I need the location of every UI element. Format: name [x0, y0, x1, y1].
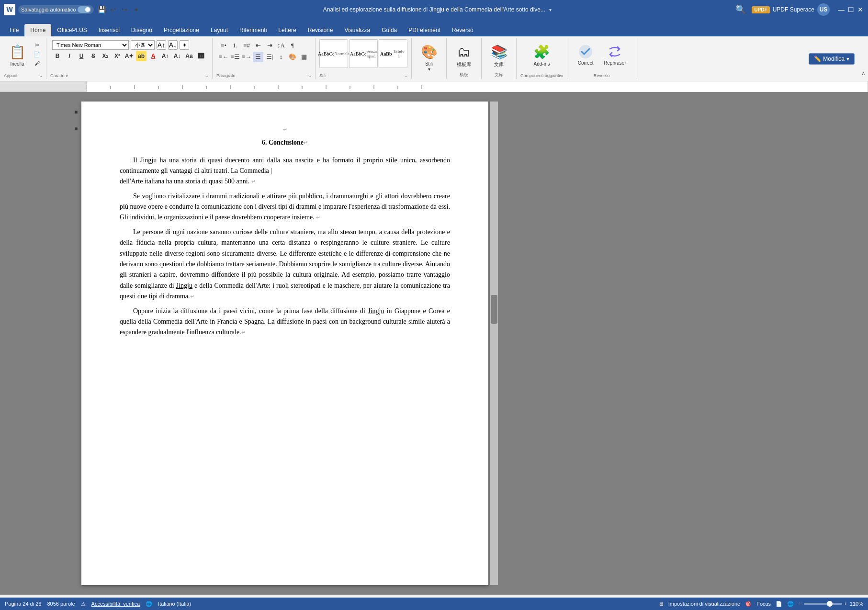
bullets-button[interactable]: ≡• — [218, 40, 229, 51]
rephraser-button[interactable]: Rephraser — [600, 41, 630, 68]
superscript-button[interactable]: X² — [112, 51, 123, 61]
align-right-button[interactable]: ≡→ — [241, 52, 252, 62]
redo-icon[interactable]: ↪ — [120, 5, 129, 14]
font-family-select[interactable]: Times New Roman — [52, 40, 129, 50]
style-senza-spaziatura[interactable]: AaBbCc Senza spaz. — [349, 39, 378, 68]
align-center-button[interactable]: ≡☰ — [230, 52, 240, 62]
scrollbar-thumb[interactable] — [491, 295, 497, 324]
tab-progettazione[interactable]: Progettazione — [158, 24, 205, 36]
word-count: 8056 parole — [47, 601, 75, 607]
focus-label[interactable]: Focus — [756, 601, 771, 607]
multilevel-button[interactable]: ≡# — [241, 40, 252, 51]
increase-indent-button[interactable]: ⇥ — [264, 40, 275, 51]
scrollbar-vertical[interactable] — [490, 102, 498, 585]
zoom-level[interactable]: 110% — [849, 601, 863, 607]
shading-para-button[interactable]: 🎨 — [287, 52, 298, 62]
tab-guida[interactable]: Guida — [376, 24, 403, 36]
numbering-button[interactable]: 1. — [230, 40, 240, 51]
heading-mark: ↵ — [304, 140, 308, 146]
view-settings-label[interactable]: Impostazioni di visualizzazione — [668, 601, 740, 607]
accessibility-status[interactable]: Accessibilità: verifica — [91, 601, 140, 607]
ruler-svg — [87, 81, 868, 92]
tab-lettere[interactable]: Lettere — [272, 24, 302, 36]
distributed-button[interactable]: ☰| — [264, 52, 275, 62]
decrease-indent-button[interactable]: ⇤ — [253, 40, 263, 51]
tab-home[interactable]: Home — [24, 24, 51, 36]
decrease-font-button[interactable]: A↓ — [168, 40, 178, 50]
customize-icon[interactable]: ▾ — [131, 5, 141, 14]
carattere-content: Times New Roman 小四 A↑ A↓ ✦ B I U S X₂ X² — [50, 39, 208, 72]
tab-inserisci[interactable]: Inserisci — [93, 24, 125, 36]
strikethrough-button[interactable]: S — [88, 51, 99, 61]
save-icon[interactable]: 💾 — [97, 5, 106, 14]
modifica-button[interactable]: ✏️ Modifica ▾ — [809, 53, 855, 65]
align-left-button[interactable]: ≡← — [218, 52, 229, 62]
borders-button[interactable]: ▦ — [299, 52, 309, 62]
show-marks-button[interactable]: ¶ — [287, 40, 298, 51]
bold-button[interactable]: B — [52, 51, 63, 61]
correct-button[interactable]: Correct — [573, 41, 598, 68]
sort-button[interactable]: ↕A — [276, 40, 286, 51]
format-painter-button[interactable]: 🖌 — [32, 59, 42, 67]
autosave-toggle[interactable]: Salvataggio automatico — [18, 5, 94, 14]
title-dropdown-icon[interactable]: ▾ — [549, 7, 552, 12]
copy-button[interactable]: 📄 — [32, 50, 42, 58]
zoom-out-button[interactable]: − — [799, 601, 801, 607]
cut-button[interactable]: ✂ — [32, 41, 42, 49]
web-view-icon[interactable]: 🌐 — [787, 601, 794, 607]
style-titolo1[interactable]: AaBb Titolo 1 — [379, 39, 407, 68]
clear-format-button[interactable]: ✦ — [180, 40, 189, 50]
minimize-button[interactable]: — — [837, 6, 845, 13]
maximize-button[interactable]: ☐ — [847, 6, 855, 13]
italic-button[interactable]: I — [64, 51, 75, 61]
tab-file[interactable]: File — [4, 24, 24, 36]
subscript-button[interactable]: X₂ — [100, 51, 111, 61]
tab-riferimenti[interactable]: Riferimenti — [234, 24, 272, 36]
incolla-button[interactable]: 📋 Incolla — [4, 39, 31, 69]
ribbon-group-carattere: Times New Roman 小四 A↑ A↓ ✦ B I U S X₂ X² — [46, 38, 213, 79]
autosave-switch[interactable] — [78, 6, 91, 13]
user-avatar[interactable]: US — [817, 3, 830, 16]
tab-layout[interactable]: Layout — [205, 24, 234, 36]
language-label[interactable]: Italiano (Italia) — [158, 601, 191, 607]
document-page[interactable]: ↵ 6. Conclusione↵ Il Jingju ha una stori… — [81, 102, 488, 585]
paragraph-1: Il Jingju ha una storia di quasi duecent… — [120, 155, 450, 187]
tab-pdfelement[interactable]: PDFelement — [403, 24, 446, 36]
underline-button[interactable]: U — [76, 51, 87, 61]
search-button[interactable]: 🔍 — [733, 2, 748, 17]
tab-officeplus[interactable]: OfficePLUS — [51, 24, 92, 36]
shading-button[interactable]: 🅰 — [196, 51, 206, 61]
line-spacing-button[interactable]: ↕ — [276, 52, 286, 62]
font-size-down-button[interactable]: A↓ — [172, 51, 182, 61]
tab-revisione[interactable]: Revisione — [302, 24, 339, 36]
carattere-label: Carattere — [50, 72, 68, 78]
tab-visualizza[interactable]: Visualizza — [338, 24, 376, 36]
undo-icon[interactable]: ↩ — [108, 5, 118, 14]
change-case-button[interactable]: Aa — [184, 51, 194, 61]
highlight-button[interactable]: ab — [136, 51, 147, 61]
font-color-button[interactable]: A — [148, 51, 158, 61]
tab-reverso[interactable]: Reverso — [446, 24, 479, 36]
zoom-slider[interactable] — [804, 603, 842, 605]
addins-button[interactable]: 🧩 Add-ins — [529, 39, 555, 69]
close-button[interactable]: ✕ — [857, 6, 864, 13]
stili-expand-icon[interactable]: ⌵ — [405, 73, 407, 78]
ribbon-group-paragrafo: ≡• 1. ≡# ⇤ ⇥ ↕A ¶ ≡← ≡☰ ≡→ ☰ ☰| ↕ 🎨 ▦ — [213, 38, 316, 79]
carattere-expand-icon[interactable]: ⌵ — [205, 73, 208, 78]
muban-button[interactable]: 🗂 模板库 — [451, 39, 477, 71]
zoom-in-button[interactable]: + — [844, 601, 847, 607]
font-size-up-button[interactable]: A↑ — [160, 51, 170, 61]
wenku-button[interactable]: 📚 文库 — [485, 39, 512, 71]
font-size-select[interactable]: 小四 — [131, 40, 155, 50]
tab-disegno[interactable]: Disegno — [125, 24, 158, 36]
appunti-expand-icon[interactable]: ⌵ — [39, 73, 42, 78]
paragrafo-expand-icon[interactable]: ⌵ — [308, 73, 311, 78]
wenku-label: 文库 — [494, 61, 504, 68]
increase-font-button[interactable]: A↑ — [157, 40, 166, 50]
style-normale[interactable]: AaBbCc Normale — [319, 39, 348, 68]
text-effects-button[interactable]: A✦ — [124, 51, 135, 61]
justify-button[interactable]: ☰ — [253, 52, 263, 62]
ribbon-collapse-button[interactable]: ∧ — [858, 70, 868, 77]
stili-large-button[interactable]: 🎨 Stili ▾ — [416, 39, 442, 75]
page-view-icon[interactable]: 📄 — [776, 601, 782, 607]
